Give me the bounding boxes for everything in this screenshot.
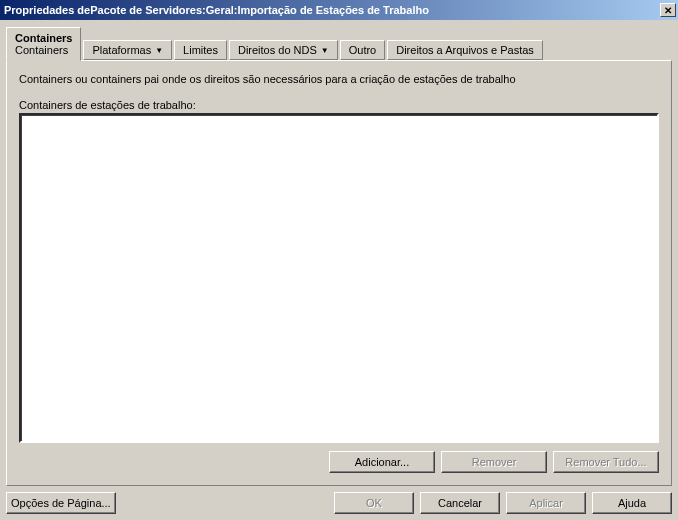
list-label: Containers de estações de trabalho:: [19, 99, 659, 111]
containers-listbox[interactable]: [19, 113, 659, 443]
tab-label: Direitos do NDS: [238, 44, 317, 56]
window-title: Propriedades dePacote de Servidores:Gera…: [4, 4, 660, 16]
window-body: Containers Containers Plataformas ▼ Limi…: [0, 20, 678, 520]
tab-label: Outro: [349, 44, 377, 56]
chevron-down-icon: ▼: [155, 46, 163, 55]
tab-strip: Containers Containers Plataformas ▼ Limi…: [6, 26, 672, 60]
panel-button-row: Adicionar... Remover Remover Tudo...: [19, 451, 659, 473]
tab-other[interactable]: Outro: [340, 40, 386, 60]
cancel-button[interactable]: Cancelar: [420, 492, 500, 514]
tab-subtitle: Containers: [15, 44, 68, 56]
remove-button[interactable]: Remover: [441, 451, 547, 473]
tab-file-rights[interactable]: Direitos a Arquivos e Pastas: [387, 40, 543, 60]
panel-description: Containers ou containers pai onde os dir…: [19, 73, 659, 85]
ok-button[interactable]: OK: [334, 492, 414, 514]
tab-label: Plataformas: [92, 44, 151, 56]
chevron-down-icon: ▼: [321, 46, 329, 55]
tab-label: Direitos a Arquivos e Pastas: [396, 44, 534, 56]
tab-label: Limites: [183, 44, 218, 56]
remove-all-button[interactable]: Remover Tudo...: [553, 451, 659, 473]
apply-button[interactable]: Aplicar: [506, 492, 586, 514]
tab-limits[interactable]: Limites: [174, 40, 227, 60]
add-button[interactable]: Adicionar...: [329, 451, 435, 473]
tab-label: Containers: [15, 32, 72, 44]
close-icon: ✕: [664, 5, 672, 16]
tab-panel: Containers ou containers pai onde os dir…: [6, 60, 672, 486]
page-options-button[interactable]: Opções de Página...: [6, 492, 116, 514]
tab-platforms[interactable]: Plataformas ▼: [83, 40, 172, 60]
help-button[interactable]: Ajuda: [592, 492, 672, 514]
dialog-button-row: Opções de Página... OK Cancelar Aplicar …: [6, 492, 672, 514]
tab-nds-rights[interactable]: Direitos do NDS ▼: [229, 40, 338, 60]
titlebar: Propriedades dePacote de Servidores:Gera…: [0, 0, 678, 20]
close-button[interactable]: ✕: [660, 3, 676, 17]
tab-containers[interactable]: Containers Containers: [6, 27, 81, 61]
